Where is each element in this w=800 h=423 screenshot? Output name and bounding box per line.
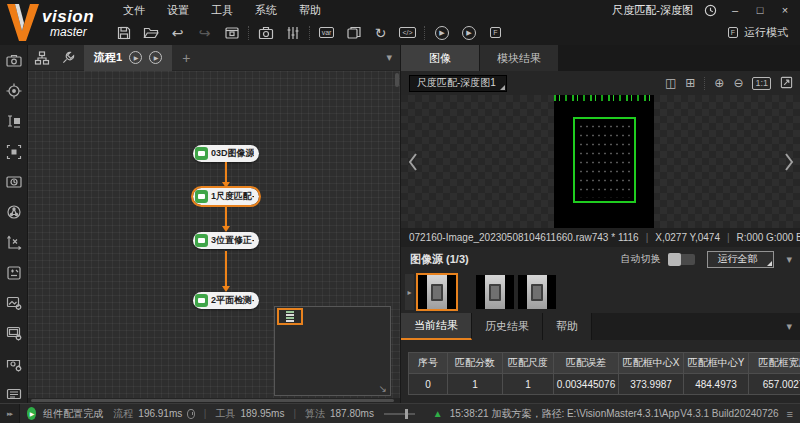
timer-icon[interactable]	[704, 4, 717, 17]
table-row[interactable]: 0 1 1 0.003445076 373.9987 484.4973 657.…	[409, 374, 800, 395]
calculator-button[interactable]	[4, 264, 23, 282]
sidebar-collapse-icon[interactable]: ▸▸	[0, 404, 20, 423]
prev-image-chevron-icon[interactable]	[406, 151, 420, 173]
log-status-triangle-icon: ▲	[433, 408, 443, 419]
thumbnail-2[interactable]	[476, 275, 514, 309]
image-viewport[interactable]	[401, 95, 800, 228]
minimize-button[interactable]: –	[728, 0, 742, 20]
toolbar-separator	[424, 26, 425, 40]
menu-settings[interactable]: 设置	[156, 3, 200, 18]
menu-help[interactable]: 帮助	[288, 3, 332, 18]
col-center-y: 匹配框中心Y	[684, 353, 749, 374]
node-3d-image-source[interactable]: 03D图像源1	[193, 145, 259, 162]
canvas-zoom-slider[interactable]	[384, 413, 415, 415]
fit-window-icon[interactable]	[780, 76, 793, 91]
communication-button[interactable]: ↻	[367, 22, 394, 44]
flow-run-once-icon[interactable]: ▶	[129, 51, 142, 64]
menu-file[interactable]: 文件	[112, 3, 156, 18]
tool-time-value: 189.95ms	[240, 408, 284, 419]
view-selector-dropdown[interactable]: 尺度匹配-深度图1	[409, 75, 507, 92]
depth-image[interactable]	[554, 95, 654, 228]
script-button[interactable]: </>	[394, 22, 421, 44]
flow-list-button[interactable]	[28, 45, 55, 71]
canvas-vertical-scrollbar[interactable]	[395, 73, 399, 87]
thumbnail-1[interactable]	[418, 275, 456, 309]
auto-switch-toggle[interactable]	[668, 254, 695, 265]
result-chevron-down-icon[interactable]: ▾	[786, 313, 792, 340]
split-view-icon[interactable]: ◫	[665, 77, 676, 89]
flow-run-loop-icon[interactable]: ▶	[149, 51, 162, 64]
node-plane-detect[interactable]: 2平面检测-...	[193, 292, 259, 309]
deep-learning-button[interactable]	[4, 203, 23, 221]
thumbnail-3[interactable]	[518, 275, 556, 309]
status-run-icon: ▶	[27, 407, 36, 420]
open-button[interactable]	[137, 22, 164, 44]
run-continuous-button[interactable]: ▶	[455, 22, 482, 44]
run-all-button[interactable]: 运行全部	[707, 251, 774, 268]
canvas-minimap[interactable]: ↘	[274, 306, 391, 396]
toolbar-separator	[248, 26, 249, 40]
recognition-tool-button[interactable]	[4, 143, 23, 161]
camera-button[interactable]	[252, 22, 279, 44]
quad-view-icon[interactable]: ⊞	[685, 77, 695, 89]
thumbnail-scroll-handle[interactable]: ▸	[405, 274, 414, 310]
zoom-out-icon[interactable]: ⊖	[733, 77, 743, 89]
log-message[interactable]: 15:38:21 加载方案，路径: E:\VisionMaster4.3.1\A…	[450, 407, 680, 421]
next-image-chevron-icon[interactable]	[782, 151, 796, 173]
window-gear-icon	[5, 324, 23, 342]
tab-module-result[interactable]: 模块结果	[480, 45, 559, 71]
image-settings-button[interactable]	[4, 294, 23, 312]
zoom-in-icon[interactable]: ⊕	[714, 77, 724, 89]
edit-scheme-button[interactable]: F	[482, 22, 509, 44]
menu-system[interactable]: 系统	[244, 3, 288, 18]
camera-settings-button[interactable]	[4, 355, 23, 373]
status-message: 组件配置完成	[43, 407, 103, 421]
global-variable-button[interactable]: var	[313, 22, 340, 44]
measure-tool-button[interactable]	[4, 113, 23, 131]
log-list-icon[interactable]: ≡	[787, 408, 793, 420]
io-panel-button[interactable]	[4, 385, 23, 403]
undo-button[interactable]: ↩	[164, 22, 191, 44]
close-button[interactable]: ×	[778, 0, 792, 20]
axes-icon	[5, 234, 23, 252]
tab-current-result[interactable]: 当前结果	[401, 313, 472, 340]
run-once-button[interactable]: ▶	[428, 22, 455, 44]
time-detail-icon[interactable]	[187, 409, 195, 419]
actual-size-icon[interactable]: 1:1	[752, 77, 771, 90]
minimap-viewport[interactable]	[277, 308, 303, 325]
image-source-label: 图像源 (1/3)	[410, 252, 469, 267]
flow-time-value: 196.91ms	[138, 408, 182, 419]
col-center-x: 匹配框中心X	[619, 353, 684, 374]
layers-icon	[346, 25, 362, 41]
save-button[interactable]	[110, 22, 137, 44]
flow-canvas[interactable]: 03D图像源1 1尺度匹配-... 3位置修正-... 2平面检测-...	[28, 71, 400, 398]
menu-tools[interactable]: 工具	[200, 3, 244, 18]
node-scale-match[interactable]: 1尺度匹配-...	[193, 188, 259, 205]
source-chevron-down-icon[interactable]: ▾	[786, 253, 792, 266]
flow-tools-button[interactable]	[55, 45, 82, 71]
col-match-score: 匹配分数	[448, 353, 503, 374]
redo-button[interactable]: ↪	[191, 22, 218, 44]
calibration-button[interactable]	[4, 234, 23, 252]
window-settings-button[interactable]	[4, 324, 23, 342]
app-logo: vision master	[6, 1, 110, 44]
result-panel: 图像 模块结果 尺度匹配-深度图1 ◫ ⊞ ⊕ ⊖ 1:1	[400, 45, 800, 403]
run-mode-button[interactable]: F 运行模式	[728, 25, 800, 40]
tab-help[interactable]: 帮助	[543, 313, 592, 340]
add-flow-button[interactable]: +	[182, 50, 190, 66]
tab-history-result[interactable]: 历史结果	[472, 313, 543, 340]
minimap-resize-icon[interactable]: ↘	[379, 384, 387, 394]
image-process-button[interactable]	[4, 173, 23, 191]
acquisition-camera-button[interactable]	[4, 52, 23, 70]
location-tool-button[interactable]	[4, 82, 23, 100]
tab-image[interactable]: 图像	[401, 45, 480, 71]
flow-header-chevron-down-icon[interactable]: ▾	[386, 51, 392, 64]
adjust-params-button[interactable]	[279, 22, 306, 44]
snapshot-window-button[interactable]	[218, 22, 245, 44]
node-image-icon	[195, 147, 208, 160]
maximize-button[interactable]: □	[753, 0, 767, 20]
image-source-row: 图像源 (1/3) 自动切换 运行全部 ▾	[401, 249, 800, 269]
flow-tab-active[interactable]: 流程1 ▶ ▶	[84, 45, 172, 71]
layers-button[interactable]	[340, 22, 367, 44]
node-position-fix[interactable]: 3位置修正-...	[193, 232, 259, 249]
